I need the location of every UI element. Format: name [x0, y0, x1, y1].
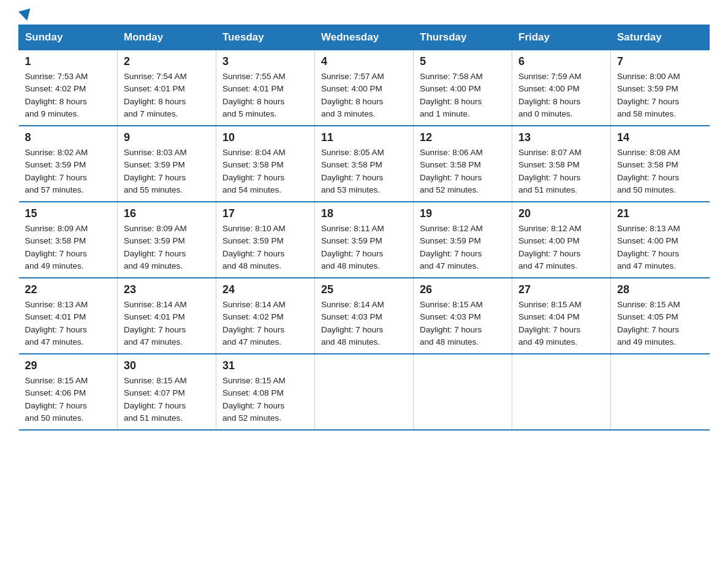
day-info: Sunrise: 8:11 AMSunset: 3:59 PMDaylight:… [321, 223, 407, 272]
calendar-cell: 24 Sunrise: 8:14 AMSunset: 4:02 PMDaylig… [216, 278, 315, 354]
calendar-cell [315, 354, 414, 430]
calendar-cell: 8 Sunrise: 8:02 AMSunset: 3:59 PMDayligh… [19, 126, 118, 202]
col-header-wednesday: Wednesday [315, 25, 414, 50]
calendar-cell: 28 Sunrise: 8:15 AMSunset: 4:05 PMDaylig… [611, 278, 710, 354]
day-number: 3 [222, 55, 308, 68]
calendar-cell: 4 Sunrise: 7:57 AMSunset: 4:00 PMDayligh… [315, 50, 414, 126]
calendar-week-row: 8 Sunrise: 8:02 AMSunset: 3:59 PMDayligh… [19, 126, 710, 202]
day-info: Sunrise: 7:58 AMSunset: 4:00 PMDaylight:… [420, 71, 506, 120]
day-info: Sunrise: 7:55 AMSunset: 4:01 PMDaylight:… [222, 71, 308, 120]
day-number: 4 [321, 55, 407, 68]
day-number: 18 [321, 207, 407, 220]
day-info: Sunrise: 8:14 AMSunset: 4:03 PMDaylight:… [321, 299, 407, 348]
calendar-cell: 26 Sunrise: 8:15 AMSunset: 4:03 PMDaylig… [414, 278, 512, 354]
day-info: Sunrise: 8:08 AMSunset: 3:58 PMDaylight:… [617, 147, 703, 196]
calendar-cell: 15 Sunrise: 8:09 AMSunset: 3:58 PMDaylig… [19, 202, 118, 278]
col-header-monday: Monday [118, 25, 216, 50]
calendar-cell: 25 Sunrise: 8:14 AMSunset: 4:03 PMDaylig… [315, 278, 414, 354]
logo-triangle-icon [18, 9, 33, 23]
day-number: 23 [124, 283, 210, 296]
calendar-cell: 17 Sunrise: 8:10 AMSunset: 3:59 PMDaylig… [216, 202, 315, 278]
col-header-tuesday: Tuesday [216, 25, 315, 50]
day-info: Sunrise: 8:14 AMSunset: 4:01 PMDaylight:… [124, 299, 210, 348]
day-number: 16 [124, 207, 210, 220]
calendar-cell: 5 Sunrise: 7:58 AMSunset: 4:00 PMDayligh… [414, 50, 512, 126]
calendar-cell: 21 Sunrise: 8:13 AMSunset: 4:00 PMDaylig… [611, 202, 710, 278]
page-header [18, 12, 710, 18]
day-number: 13 [518, 131, 604, 144]
calendar-cell: 1 Sunrise: 7:53 AMSunset: 4:02 PMDayligh… [19, 50, 118, 126]
day-number: 15 [25, 207, 112, 220]
calendar-cell: 19 Sunrise: 8:12 AMSunset: 3:59 PMDaylig… [414, 202, 512, 278]
day-info: Sunrise: 8:06 AMSunset: 3:58 PMDaylight:… [420, 147, 506, 196]
calendar-cell [414, 354, 512, 430]
day-info: Sunrise: 8:15 AMSunset: 4:05 PMDaylight:… [617, 299, 703, 348]
day-info: Sunrise: 7:57 AMSunset: 4:00 PMDaylight:… [321, 71, 407, 120]
calendar-week-row: 22 Sunrise: 8:13 AMSunset: 4:01 PMDaylig… [19, 278, 710, 354]
calendar-cell: 27 Sunrise: 8:15 AMSunset: 4:04 PMDaylig… [512, 278, 611, 354]
calendar-cell: 29 Sunrise: 8:15 AMSunset: 4:06 PMDaylig… [19, 354, 118, 430]
calendar-cell: 18 Sunrise: 8:11 AMSunset: 3:59 PMDaylig… [315, 202, 414, 278]
day-number: 9 [124, 131, 210, 144]
day-info: Sunrise: 8:15 AMSunset: 4:03 PMDaylight:… [420, 299, 506, 348]
calendar-cell: 14 Sunrise: 8:08 AMSunset: 3:58 PMDaylig… [611, 126, 710, 202]
calendar-cell [611, 354, 710, 430]
day-number: 11 [321, 131, 407, 144]
day-info: Sunrise: 7:53 AMSunset: 4:02 PMDaylight:… [25, 71, 112, 120]
day-number: 20 [518, 207, 604, 220]
logo [18, 12, 32, 18]
day-info: Sunrise: 8:15 AMSunset: 4:04 PMDaylight:… [518, 299, 604, 348]
calendar-cell: 6 Sunrise: 7:59 AMSunset: 4:00 PMDayligh… [512, 50, 611, 126]
day-info: Sunrise: 8:10 AMSunset: 3:59 PMDaylight:… [222, 223, 308, 272]
day-info: Sunrise: 8:12 AMSunset: 3:59 PMDaylight:… [420, 223, 506, 272]
calendar-cell: 31 Sunrise: 8:15 AMSunset: 4:08 PMDaylig… [216, 354, 315, 430]
calendar-week-row: 1 Sunrise: 7:53 AMSunset: 4:02 PMDayligh… [19, 50, 710, 126]
calendar-cell: 7 Sunrise: 8:00 AMSunset: 3:59 PMDayligh… [611, 50, 710, 126]
day-number: 21 [617, 207, 703, 220]
calendar-week-row: 15 Sunrise: 8:09 AMSunset: 3:58 PMDaylig… [19, 202, 710, 278]
day-number: 27 [518, 283, 604, 296]
day-number: 2 [124, 55, 210, 68]
day-info: Sunrise: 7:54 AMSunset: 4:01 PMDaylight:… [124, 71, 210, 120]
calendar-cell [512, 354, 611, 430]
day-number: 31 [222, 359, 308, 372]
calendar-cell: 12 Sunrise: 8:06 AMSunset: 3:58 PMDaylig… [414, 126, 512, 202]
day-info: Sunrise: 8:07 AMSunset: 3:58 PMDaylight:… [518, 147, 604, 196]
day-number: 10 [222, 131, 308, 144]
day-number: 22 [25, 283, 112, 296]
calendar-cell: 20 Sunrise: 8:12 AMSunset: 4:00 PMDaylig… [512, 202, 611, 278]
day-number: 6 [518, 55, 604, 68]
day-number: 17 [222, 207, 308, 220]
day-number: 14 [617, 131, 703, 144]
day-number: 29 [25, 359, 112, 372]
day-info: Sunrise: 8:09 AMSunset: 3:58 PMDaylight:… [25, 223, 112, 272]
day-info: Sunrise: 8:02 AMSunset: 3:59 PMDaylight:… [25, 147, 112, 196]
day-info: Sunrise: 8:00 AMSunset: 3:59 PMDaylight:… [617, 71, 703, 120]
day-info: Sunrise: 8:15 AMSunset: 4:07 PMDaylight:… [124, 375, 210, 424]
calendar-cell: 11 Sunrise: 8:05 AMSunset: 3:58 PMDaylig… [315, 126, 414, 202]
day-info: Sunrise: 8:15 AMSunset: 4:08 PMDaylight:… [222, 375, 308, 424]
calendar-cell: 9 Sunrise: 8:03 AMSunset: 3:59 PMDayligh… [118, 126, 216, 202]
day-number: 24 [222, 283, 308, 296]
day-number: 7 [617, 55, 703, 68]
calendar-cell: 16 Sunrise: 8:09 AMSunset: 3:59 PMDaylig… [118, 202, 216, 278]
day-info: Sunrise: 8:13 AMSunset: 4:00 PMDaylight:… [617, 223, 703, 272]
col-header-saturday: Saturday [611, 25, 710, 50]
day-info: Sunrise: 8:13 AMSunset: 4:01 PMDaylight:… [25, 299, 112, 348]
day-info: Sunrise: 8:12 AMSunset: 4:00 PMDaylight:… [518, 223, 604, 272]
day-number: 25 [321, 283, 407, 296]
day-info: Sunrise: 8:15 AMSunset: 4:06 PMDaylight:… [25, 375, 112, 424]
day-info: Sunrise: 8:03 AMSunset: 3:59 PMDaylight:… [124, 147, 210, 196]
calendar-cell: 10 Sunrise: 8:04 AMSunset: 3:58 PMDaylig… [216, 126, 315, 202]
day-info: Sunrise: 8:09 AMSunset: 3:59 PMDaylight:… [124, 223, 210, 272]
calendar-table: SundayMondayTuesdayWednesdayThursdayFrid… [18, 25, 710, 431]
day-number: 1 [25, 55, 112, 68]
calendar-cell: 22 Sunrise: 8:13 AMSunset: 4:01 PMDaylig… [19, 278, 118, 354]
day-info: Sunrise: 8:14 AMSunset: 4:02 PMDaylight:… [222, 299, 308, 348]
calendar-cell: 3 Sunrise: 7:55 AMSunset: 4:01 PMDayligh… [216, 50, 315, 126]
col-header-thursday: Thursday [414, 25, 512, 50]
day-info: Sunrise: 8:05 AMSunset: 3:58 PMDaylight:… [321, 147, 407, 196]
day-info: Sunrise: 8:04 AMSunset: 3:58 PMDaylight:… [222, 147, 308, 196]
day-number: 19 [420, 207, 506, 220]
calendar-cell: 30 Sunrise: 8:15 AMSunset: 4:07 PMDaylig… [118, 354, 216, 430]
